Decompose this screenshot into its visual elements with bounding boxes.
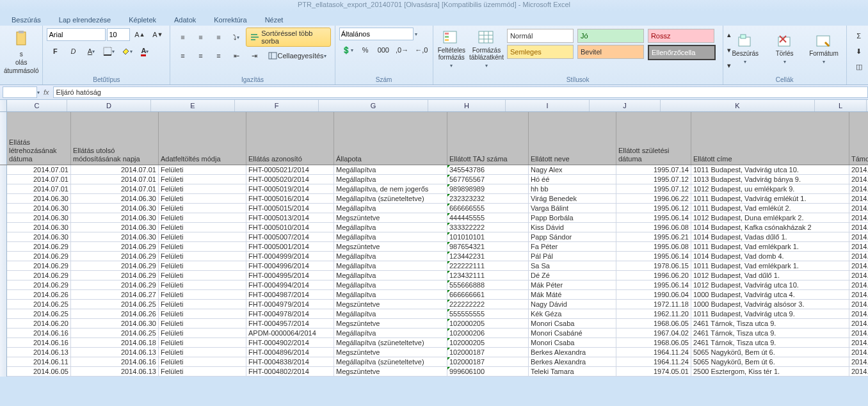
name-box[interactable] [3,86,37,98]
align-bottom-icon[interactable]: ≡ [210,30,227,44]
cell[interactable]: 2014.06.06 [849,329,868,338]
cell[interactable]: FHT-0004979/2014 [246,300,334,309]
table-header[interactable]: Ellátott születési dátuma [616,112,691,165]
clear-icon[interactable]: ◫ [851,60,867,74]
cell[interactable]: 1011 Budapest, Vadvirág utca 10. [691,165,849,175]
cell[interactable]: FHT-0005020/2014 [246,175,334,184]
cell[interactable]: 1968.06.05 [616,319,691,329]
column-header-D[interactable]: D [67,100,151,111]
column-header-G[interactable]: G [319,100,428,111]
cell[interactable]: 1011 Budapest, Vadvirág utca 9. [691,309,849,319]
cell[interactable]: Felületi [159,175,246,184]
style-input[interactable]: Bevitel [577,45,644,59]
tab-insert[interactable]: Beszúrás [3,14,50,26]
align-middle-icon[interactable]: ≡ [192,30,209,44]
cell[interactable]: 2014.06.18 [71,338,159,348]
cell[interactable]: Monori Csabáné [529,329,616,338]
cell[interactable]: Megállapítva [334,252,447,261]
cell[interactable]: 102000205 [447,338,529,348]
cell[interactable]: Kiss Dávid [529,223,616,232]
cell[interactable]: 2014.06.13 [71,367,159,377]
cell[interactable]: 2014.06.13 [849,348,868,357]
cell[interactable]: 2014.06.29 [7,280,71,290]
cell[interactable]: Megállapítva [334,280,447,290]
cell[interactable]: 666666661 [447,290,529,300]
table-row[interactable]: 2014.06.202014.06.30FelületiFHT-0004957/… [0,319,868,329]
cell[interactable]: FHT-0005001/2014 [246,242,334,252]
cell[interactable]: 2014.06.25 [71,300,159,309]
cell[interactable]: 2014.07.01 [849,184,868,194]
cell[interactable]: 2014.06.13 [7,348,71,357]
cell[interactable]: 2014.06.01 [849,309,868,319]
column-header-C[interactable]: C [7,100,67,111]
cell[interactable]: Megszüntetve [334,300,447,309]
table-header[interactable]: Ellátott TAJ száma [447,112,529,165]
cell[interactable]: 2014.06.01 [849,213,868,223]
cell[interactable]: 2014.06.30 [71,204,159,213]
cell[interactable]: 232323232 [447,194,529,204]
table-row[interactable]: 2014.06.292014.06.29FelületiFHT-0004999/… [0,252,868,261]
column-header-L[interactable]: L [815,100,867,111]
cell[interactable]: 2014.06.30 [7,204,71,213]
cell[interactable]: Felületi [159,213,246,223]
cell[interactable]: 2014.06.29 [7,261,71,271]
cell[interactable]: 123442231 [447,252,529,261]
indent-decrease-icon[interactable]: ⇤ [228,49,245,63]
cell[interactable]: FHT-0004999/2014 [246,252,334,261]
cell[interactable]: 2461 Tárnok, Tisza utca 9. [691,338,849,348]
cell[interactable]: 2014.06.29 [71,252,159,261]
cell[interactable]: 2014.06.27 [71,290,159,300]
align-left-icon[interactable]: ≡ [174,49,191,63]
cell[interactable]: FHT-0004802/2014 [246,367,334,377]
indent-increase-icon[interactable]: ⇥ [246,49,262,63]
cell[interactable]: Felületi [159,184,246,194]
format-as-table-button[interactable]: Formázás táblázatként▾ [469,28,504,71]
cell[interactable]: 1995.07.12 [616,175,691,184]
cell[interactable]: 2014.06.01 [849,290,868,300]
table-row[interactable]: 2014.06.292014.06.29FelületiFHT-0005001/… [0,242,868,252]
currency-icon[interactable]: 💲▾ [339,43,356,57]
cell[interactable]: 1011 Budapest, Vad emlékpark 1. [691,261,849,271]
cell[interactable]: 2014.06.01 [849,232,868,242]
cell[interactable]: 1996.06.08 [616,223,691,232]
cell[interactable]: 1000 Budapest, Vadvirág utca 4. [691,290,849,300]
wrap-text-button[interactable]: Sortöréssel több sorba [246,28,330,47]
select-all-corner[interactable] [0,100,7,111]
cell[interactable]: 2014.06.01 [849,175,868,184]
table-row[interactable]: 2014.06.292014.06.29FelületiFHT-0004995/… [0,271,868,280]
cell[interactable]: Felületi [159,348,246,357]
tab-view[interactable]: Nézet [256,14,293,26]
autosum-icon[interactable]: Σ [851,29,867,43]
cell[interactable]: 2014.06.30 [7,223,71,232]
cell[interactable]: Felületi [159,261,246,271]
cell[interactable]: FHT-0005010/2014 [246,223,334,232]
cell[interactable]: 1012 Budapest, Vad dűlő 1. [691,271,849,280]
increase-font-icon[interactable]: A▲ [131,28,148,42]
underline-button[interactable]: A▾ [83,44,99,58]
cell[interactable]: Pál Pál [529,252,616,261]
cell[interactable]: 2014.06.01 [849,194,868,204]
style-good[interactable]: Jó [577,29,644,43]
table-header[interactable]: Ellátás utolsó módosításának napja [71,112,159,165]
table-header[interactable]: Ellátott neve [529,112,616,165]
cell[interactable]: 2014.06.01 [849,261,868,271]
cell[interactable]: Felületi [159,194,246,204]
insert-cells-button[interactable]: Beszúrás▾ [727,28,764,71]
column-header-I[interactable]: I [506,100,590,111]
cell[interactable]: 2014.07.01 [71,165,159,175]
cell[interactable]: FHT-0004995/2014 [246,271,334,280]
cell[interactable]: 2014.06.30 [7,194,71,204]
spreadsheet-grid[interactable]: CDEFGHIJKL Ellátás létrehozásának dátuma… [0,100,868,377]
table-row[interactable]: 2014.07.012014.07.01FelületiFHT-0005019/… [0,184,868,194]
cell[interactable]: 5065 Nagykörű, Bem út 6. [691,357,849,367]
conditional-formatting-button[interactable]: Feltételes formázás▾ [437,28,466,71]
cell[interactable]: Fa Péter [529,242,616,252]
cell[interactable]: 2014.06.30 [7,232,71,242]
cell[interactable]: 1012 Budapest, uu emlékpark 9. [691,184,849,194]
cell[interactable]: Megállapítva [334,223,447,232]
number-format-select[interactable] [339,28,414,40]
name-box-dropdown-icon[interactable]: ▾ [37,90,40,95]
table-row[interactable]: 2014.07.012014.07.01FelületiFHT-0005021/… [0,165,868,175]
cell[interactable]: hh bb [529,184,616,194]
cell[interactable]: Felületi [159,329,246,338]
